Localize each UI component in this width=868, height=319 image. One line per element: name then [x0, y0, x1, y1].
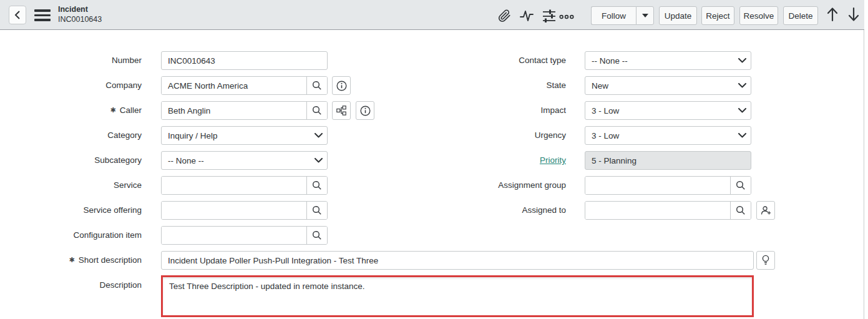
- number-label: Number: [0, 51, 142, 70]
- priority-link[interactable]: Priority: [540, 155, 566, 165]
- menu-bar: [34, 14, 51, 17]
- resolve-button[interactable]: Resolve: [739, 6, 778, 25]
- short-description-label: ✱Short description: [0, 251, 142, 270]
- configuration-item-input[interactable]: [162, 227, 306, 244]
- more-options-icon: [559, 13, 574, 21]
- subcategory-select[interactable]: -- None --: [161, 151, 328, 170]
- category-label: Category: [0, 126, 142, 145]
- assigned-to-search-button[interactable]: [730, 202, 751, 219]
- incident-form-page: Incident INC0010643: [0, 0, 868, 319]
- assign-to-me-button[interactable]: [756, 201, 775, 220]
- chevron-down-icon: [315, 158, 323, 163]
- priority-label: Priority: [424, 151, 566, 170]
- form-header-bar: Incident INC0010643: [0, 0, 864, 30]
- previous-record-button[interactable]: [825, 7, 840, 22]
- service-label: Service: [0, 176, 142, 195]
- assignment-group-label: Assignment group: [424, 176, 566, 195]
- configuration-item-reference-field: [161, 226, 328, 245]
- urgency-select[interactable]: 3 - Low: [585, 126, 751, 145]
- subcategory-label: Subcategory: [0, 151, 142, 170]
- menu-bar: [34, 19, 51, 21]
- suggestion-button[interactable]: [756, 251, 775, 270]
- state-value: New: [585, 81, 733, 91]
- caller-preview-button[interactable]: [356, 101, 374, 120]
- state-label: State: [424, 76, 566, 95]
- chevron-down-icon: [738, 108, 746, 113]
- follow-caret-icon: [642, 14, 648, 17]
- contact-type-select[interactable]: -- None --: [585, 51, 751, 70]
- number-input[interactable]: [161, 51, 328, 70]
- mandatory-icon: ✱: [110, 106, 116, 114]
- caller-show-related-button[interactable]: [332, 101, 351, 120]
- mandatory-icon: ✱: [69, 256, 74, 263]
- delete-button[interactable]: Delete: [783, 6, 818, 25]
- personalize-form-icon: [542, 9, 556, 22]
- update-button[interactable]: Update: [659, 6, 697, 25]
- assigned-to-label: Assigned to: [424, 201, 566, 220]
- org-chart-icon: [336, 106, 346, 115]
- company-preview-button[interactable]: [332, 76, 351, 95]
- description-highlight-box: Test Three Description - updated in remo…: [161, 275, 754, 317]
- menu-bar: [34, 9, 51, 12]
- description-textarea[interactable]: Test Three Description - updated in remo…: [163, 277, 752, 315]
- follow-button[interactable]: Follow: [591, 6, 636, 25]
- activity-stream-button[interactable]: [519, 8, 534, 23]
- assignment-group-input[interactable]: [585, 177, 730, 194]
- service-offering-reference-field: [161, 201, 328, 220]
- follow-dropdown-button[interactable]: [636, 6, 654, 25]
- record-title-type: Incident: [58, 4, 102, 14]
- reject-button[interactable]: Reject: [701, 6, 734, 25]
- next-record-icon: [847, 7, 860, 22]
- urgency-label: Urgency: [424, 126, 566, 145]
- short-description-label-text: Short description: [79, 255, 142, 265]
- impact-select[interactable]: 3 - Low: [585, 101, 751, 120]
- next-record-button[interactable]: [846, 7, 861, 22]
- search-icon: [312, 205, 322, 215]
- record-title: Incident INC0010643: [58, 4, 102, 24]
- lightbulb-icon: [761, 255, 770, 266]
- service-offering-search-button[interactable]: [306, 202, 327, 219]
- caller-input[interactable]: [162, 102, 306, 119]
- search-icon: [312, 230, 322, 240]
- service-input[interactable]: [162, 177, 306, 194]
- service-reference-field: [161, 176, 328, 195]
- impact-value: 3 - Low: [585, 106, 733, 115]
- chevron-down-icon: [738, 83, 746, 88]
- impact-label: Impact: [424, 101, 566, 120]
- configuration-item-search-button[interactable]: [306, 227, 327, 244]
- service-offering-input[interactable]: [162, 202, 306, 219]
- caller-label: ✱Caller: [0, 101, 142, 120]
- company-reference-field: [161, 76, 328, 95]
- context-menu-icon[interactable]: [34, 9, 51, 21]
- assignment-group-reference-field: [585, 176, 751, 195]
- assigned-to-input[interactable]: [585, 202, 730, 219]
- company-input[interactable]: [162, 77, 306, 94]
- back-button[interactable]: [9, 6, 26, 24]
- info-icon: [336, 81, 347, 91]
- service-search-button[interactable]: [306, 177, 327, 194]
- chevron-down-icon: [738, 133, 746, 138]
- company-search-button[interactable]: [306, 77, 327, 94]
- state-select[interactable]: New: [585, 76, 751, 95]
- search-icon: [312, 81, 322, 91]
- description-label: Description: [0, 276, 142, 295]
- category-select[interactable]: Inquiry / Help: [161, 126, 328, 145]
- panel-right-border: [864, 0, 864, 319]
- previous-record-icon: [826, 7, 839, 22]
- activity-stream-icon: [520, 9, 534, 22]
- chevron-down-icon: [738, 58, 746, 63]
- category-value: Inquiry / Help: [162, 131, 310, 140]
- service-offering-label: Service offering: [0, 201, 142, 220]
- contact-type-label: Contact type: [424, 51, 566, 70]
- chevron-down-icon: [315, 133, 323, 138]
- attachment-button[interactable]: [497, 8, 512, 23]
- assignment-group-search-button[interactable]: [730, 177, 751, 194]
- personalize-form-button[interactable]: [542, 8, 557, 23]
- short-description-input[interactable]: [161, 251, 754, 270]
- configuration-item-label: Configuration item: [0, 226, 142, 245]
- caller-search-button[interactable]: [306, 102, 327, 119]
- search-icon: [312, 106, 322, 115]
- assigned-to-reference-field: [585, 201, 751, 220]
- priority-readonly-field: 5 - Planning: [585, 151, 751, 170]
- more-options-button[interactable]: [559, 9, 574, 24]
